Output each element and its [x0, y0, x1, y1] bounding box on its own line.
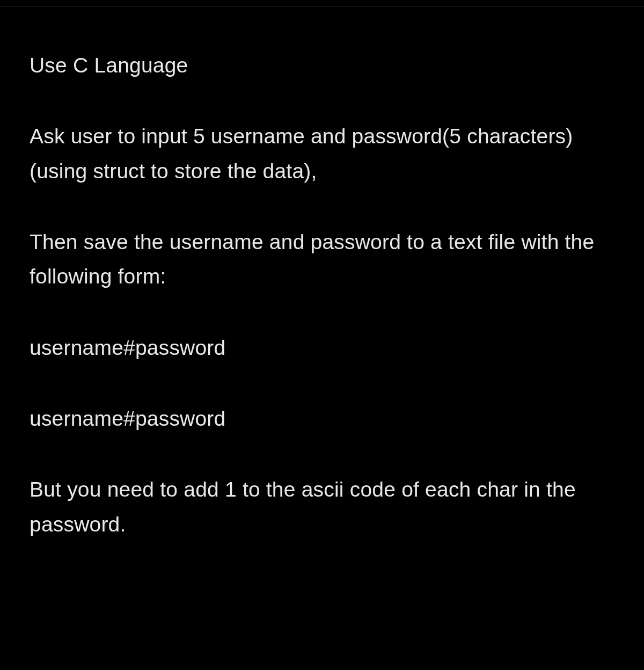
top-separator — [0, 6, 644, 7]
paragraph-heading: Use C Language — [30, 48, 614, 83]
paragraph-format-2: username#password — [30, 402, 614, 436]
paragraph-instruction-2: Then save the username and password to a… — [30, 225, 614, 294]
paragraph-instruction-1: Ask user to input 5 username and passwor… — [30, 119, 614, 188]
paragraph-format-1: username#password — [30, 331, 614, 365]
document-content: Use C Language Ask user to input 5 usern… — [30, 48, 614, 542]
paragraph-instruction-3: But you need to add 1 to the ascii code … — [30, 472, 614, 542]
